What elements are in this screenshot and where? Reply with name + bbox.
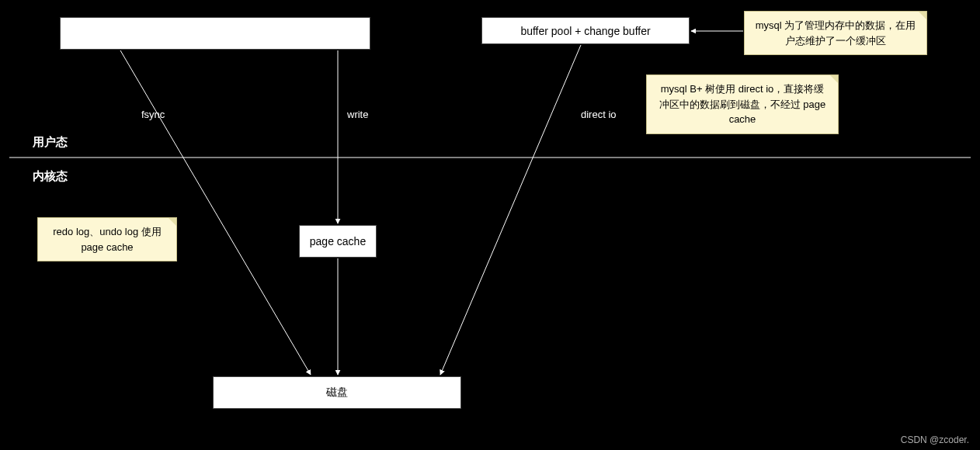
svg-line-4 <box>440 45 581 375</box>
note-buffer-desc: mysql 为了管理内存中的数据，在用户态维护了一个缓冲区 <box>744 11 927 55</box>
box-page-cache: page cache <box>299 225 377 258</box>
box-page-cache-label: page cache <box>310 235 366 248</box>
box-disk-label: 磁盘 <box>326 386 348 400</box>
edge-directio-label: direct io <box>581 109 617 120</box>
box-buffer-pool: buffer pool + change buffer <box>481 17 690 44</box>
box-top-left <box>60 17 370 50</box>
note-buffer-desc-text: mysql 为了管理内存中的数据，在用户态维护了一个缓冲区 <box>756 19 916 47</box>
edge-fsync-label: fsync <box>141 109 165 120</box>
svg-line-1 <box>120 50 311 375</box>
box-disk: 磁盘 <box>213 376 461 409</box>
edge-write-label: write <box>347 109 368 120</box>
zone-kernel-label: 内核态 <box>33 169 68 184</box>
watermark: CSDN @zcoder. <box>901 434 969 445</box>
note-redolog-desc-text: redo log、undo log 使用 page cache <box>53 226 161 253</box>
note-directio-desc-text: mysql B+ 树使用 direct io，直接将缓冲区中的数据刷到磁盘，不经… <box>659 83 826 125</box>
box-buffer-pool-label: buffer pool + change buffer <box>520 25 650 37</box>
note-redolog-desc: redo log、undo log 使用 page cache <box>37 217 177 261</box>
zone-user-label: 用户态 <box>33 135 68 150</box>
note-directio-desc: mysql B+ 树使用 direct io，直接将缓冲区中的数据刷到磁盘，不经… <box>646 74 839 134</box>
